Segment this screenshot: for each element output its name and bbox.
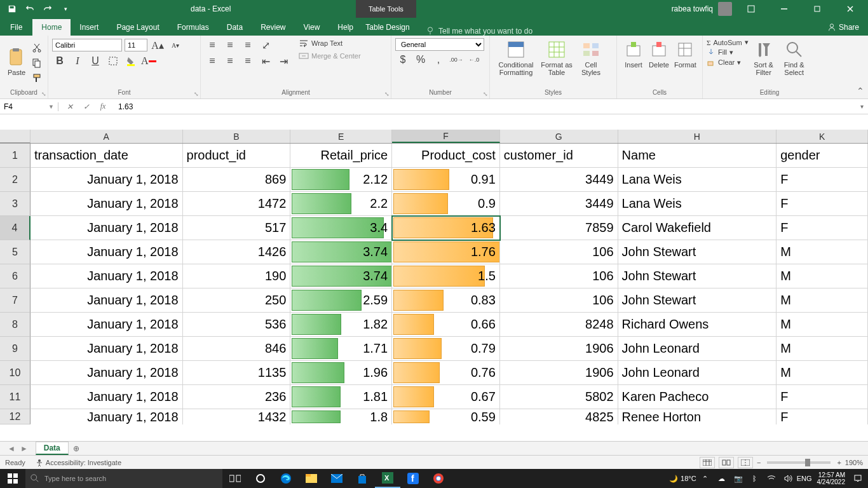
row-header[interactable]: 4: [0, 216, 31, 240]
header-cell[interactable]: Retail_price: [290, 144, 392, 168]
store-icon[interactable]: [349, 469, 375, 488]
tab-formulas[interactable]: Formulas: [168, 19, 218, 36]
cell[interactable]: John Stewart: [618, 240, 777, 264]
cell[interactable]: January 1, 2018: [31, 216, 183, 240]
cell[interactable]: 190: [183, 264, 291, 288]
volume-icon[interactable]: [780, 469, 796, 488]
cell[interactable]: F: [776, 168, 868, 192]
header-cell[interactable]: gender: [776, 144, 868, 168]
row-header[interactable]: 11: [0, 385, 31, 409]
header-cell[interactable]: Product_cost: [392, 144, 500, 168]
align-center-icon[interactable]: ≡: [222, 54, 238, 68]
cortana-icon[interactable]: [248, 469, 273, 488]
undo-icon[interactable]: [23, 2, 37, 16]
cut-icon[interactable]: [29, 41, 44, 55]
format-painter-icon[interactable]: [29, 71, 44, 85]
number-dialog-launcher[interactable]: ⤡: [483, 91, 488, 97]
name-box[interactable]: F4▼: [0, 102, 58, 111]
qat-customize-icon[interactable]: ▾: [58, 2, 72, 16]
onedrive-icon[interactable]: ☁: [714, 469, 729, 488]
fill-color-icon[interactable]: [123, 54, 139, 68]
cell[interactable]: 106: [500, 264, 618, 288]
format-cells-button[interactable]: Format: [672, 38, 699, 70]
font-dialog-launcher[interactable]: ⤡: [194, 91, 199, 97]
user-name[interactable]: rabea towfiq: [672, 4, 713, 13]
cell[interactable]: 250: [183, 288, 291, 313]
cell[interactable]: Lana Weis: [618, 192, 777, 216]
tab-file[interactable]: File: [0, 19, 32, 36]
zoom-level[interactable]: 190%: [845, 459, 863, 466]
select-all-corner[interactable]: [0, 130, 31, 143]
maximize-button[interactable]: [803, 0, 831, 18]
insert-cells-button[interactable]: Insert: [621, 38, 646, 70]
row-header[interactable]: 9: [0, 337, 31, 361]
close-button[interactable]: [836, 0, 864, 18]
cell[interactable]: John Leonard: [618, 361, 777, 385]
taskbar-search[interactable]: Type here to search: [25, 469, 222, 488]
file-explorer-icon[interactable]: [299, 469, 324, 488]
fill-button[interactable]: Fill ▾: [707, 48, 749, 57]
user-avatar-icon[interactable]: [718, 2, 732, 16]
cell[interactable]: John Leonard: [618, 337, 777, 361]
italic-icon[interactable]: I: [70, 54, 85, 68]
cell[interactable]: Carol Wakefield: [618, 216, 777, 240]
col-header-G[interactable]: G: [500, 130, 618, 143]
increase-font-icon[interactable]: A▴: [150, 38, 165, 52]
cell[interactable]: Richard Owens: [618, 313, 777, 337]
cell[interactable]: 106: [500, 288, 618, 313]
conditional-formatting-button[interactable]: Conditional Formatting: [494, 38, 538, 78]
cell[interactable]: 1.63: [392, 216, 500, 240]
col-header-B[interactable]: B: [183, 130, 291, 143]
row-header[interactable]: 10: [0, 361, 31, 385]
cell[interactable]: January 1, 2018: [31, 240, 183, 264]
tab-review[interactable]: Review: [252, 19, 294, 36]
cell[interactable]: 106: [500, 240, 618, 264]
cell[interactable]: 0.9: [392, 192, 500, 216]
cell[interactable]: 3.4: [290, 216, 392, 240]
copy-icon[interactable]: [29, 56, 44, 70]
cell[interactable]: 1.81: [290, 385, 392, 409]
weather-tray[interactable]: 🌙 18°C: [669, 469, 696, 488]
cell[interactable]: 846: [183, 337, 291, 361]
expand-formula-bar-icon[interactable]: ▾: [855, 103, 868, 110]
cell[interactable]: M: [776, 361, 868, 385]
clear-button[interactable]: Clear ▾: [707, 58, 749, 67]
share-button[interactable]: Share: [818, 19, 868, 36]
bluetooth-icon[interactable]: ᛒ: [747, 469, 763, 488]
cell-styles-button[interactable]: Cell Styles: [575, 38, 607, 78]
zoom-slider[interactable]: [767, 461, 831, 464]
tab-data[interactable]: Data: [218, 19, 252, 36]
cell[interactable]: Renee Horton: [618, 409, 777, 424]
col-header-H[interactable]: H: [618, 130, 777, 143]
page-layout-view-icon[interactable]: [719, 457, 734, 468]
cell[interactable]: 0.79: [392, 337, 500, 361]
cell[interactable]: 2.59: [290, 288, 392, 313]
comma-format-icon[interactable]: ,: [431, 53, 446, 67]
row-header[interactable]: 5: [0, 240, 31, 264]
cell[interactable]: 0.76: [392, 361, 500, 385]
cell[interactable]: M: [776, 288, 868, 313]
cell[interactable]: January 1, 2018: [31, 361, 183, 385]
start-button[interactable]: [0, 469, 25, 488]
cell[interactable]: 1426: [183, 240, 291, 264]
cell[interactable]: 5802: [500, 385, 618, 409]
borders-icon[interactable]: [105, 54, 121, 68]
cell[interactable]: F: [776, 192, 868, 216]
cell[interactable]: M: [776, 337, 868, 361]
cell[interactable]: 1432: [183, 409, 291, 424]
sheet-tab-data[interactable]: Data: [36, 442, 69, 455]
decrease-decimal-icon[interactable]: ←.0: [466, 53, 482, 67]
row-header-1[interactable]: 1: [0, 144, 31, 168]
percent-format-icon[interactable]: %: [413, 53, 428, 67]
font-color-icon[interactable]: A: [141, 54, 156, 68]
clipboard-dialog-launcher[interactable]: ⤡: [41, 91, 46, 97]
wifi-icon[interactable]: [764, 469, 779, 488]
increase-indent-icon[interactable]: ⇥: [276, 54, 291, 68]
accessibility-status[interactable]: Accessibility: Investigate: [36, 459, 121, 466]
cell[interactable]: 2.2: [290, 192, 392, 216]
cell[interactable]: M: [776, 313, 868, 337]
edge-icon[interactable]: [273, 469, 299, 488]
cell[interactable]: 1906: [500, 361, 618, 385]
cell[interactable]: January 1, 2018: [31, 337, 183, 361]
col-header-F[interactable]: F: [392, 130, 500, 143]
